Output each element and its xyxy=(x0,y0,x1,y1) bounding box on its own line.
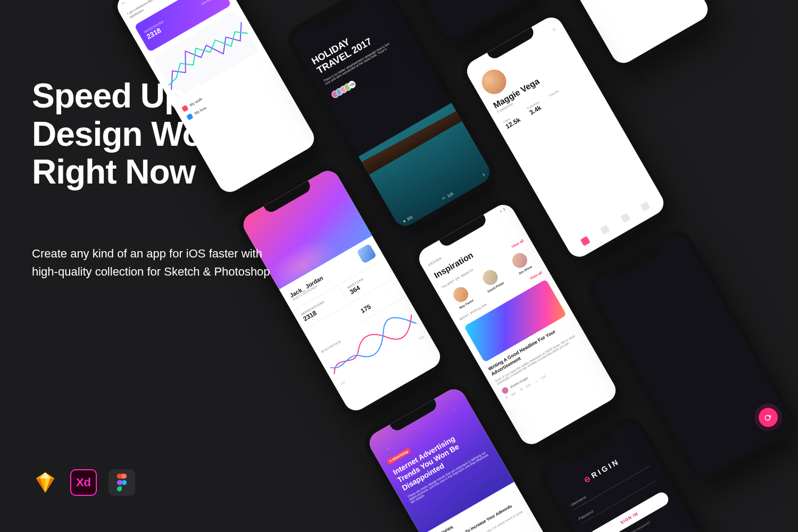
profile-tab[interactable] xyxy=(640,201,650,211)
fab-button[interactable] xyxy=(755,404,781,430)
headline: Speed Up Your Design Workflow Right Now xyxy=(32,77,362,192)
supported-tools-row: Xd xyxy=(32,469,135,496)
profile-tab[interactable] xyxy=(580,236,590,246)
headline-line-3: Right Now xyxy=(32,153,362,192)
axis-label: July xyxy=(339,380,346,386)
figma-icon xyxy=(109,469,135,496)
close-icon[interactable]: ✕ xyxy=(475,26,558,78)
wallet-report-cap: Earning report xyxy=(201,0,220,5)
adobe-xd-icon: Xd xyxy=(70,469,97,496)
subheadline: Create any kind of an app for iOS faster… xyxy=(32,245,287,281)
promo-canvas: Speed Up Your Design Workflow Right Now … xyxy=(0,0,798,532)
axis-label: July xyxy=(418,335,425,340)
svg-point-6 xyxy=(122,480,127,485)
sketch-icon xyxy=(32,469,59,496)
headline-line-1: Speed Up Your xyxy=(32,77,362,115)
headline-line-2: Design Workflow xyxy=(32,115,362,154)
insp-view-all-2[interactable]: View all xyxy=(529,270,543,280)
left-column: Speed Up Your Design Workflow Right Now … xyxy=(32,77,362,281)
profile-tab[interactable] xyxy=(600,225,610,235)
profile-tab[interactable] xyxy=(620,213,630,223)
